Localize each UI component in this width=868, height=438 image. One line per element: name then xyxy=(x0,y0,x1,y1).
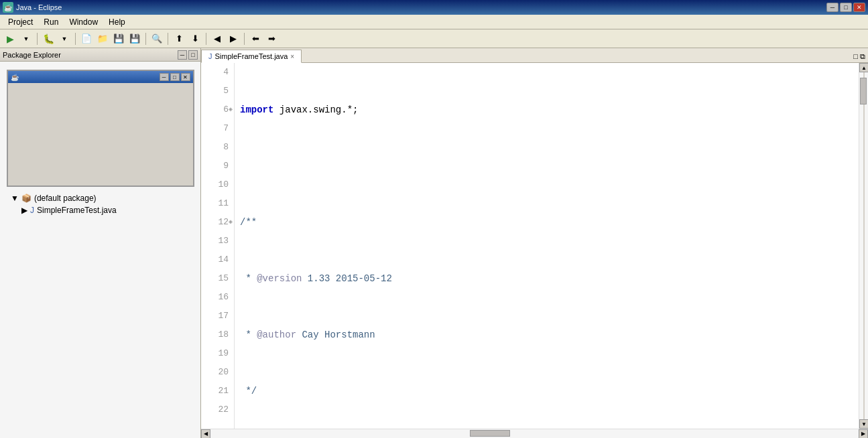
line-num-4: 4 xyxy=(206,63,229,82)
scroll-down-button[interactable]: ▼ xyxy=(859,419,868,429)
next-annotation[interactable]: ⬇ xyxy=(188,31,202,46)
title-bar: ☕ Java - Eclipse ─ □ ✕ xyxy=(0,0,868,15)
code-line-6: /** xyxy=(240,213,853,232)
tree-package-item[interactable]: ▼ 📦 (default package) xyxy=(0,192,200,204)
line-num-14: 14 xyxy=(206,250,229,269)
run-dropdown[interactable]: ▼ xyxy=(19,31,34,46)
preview-close[interactable]: ✕ xyxy=(181,73,190,81)
panel-header-buttons: ─ □ xyxy=(178,50,198,60)
code-line-7: * @version 1.33 2015-05-12 xyxy=(240,269,853,288)
scroll-up-button[interactable]: ▲ xyxy=(859,63,868,72)
next-edit[interactable]: ▶ xyxy=(226,31,241,46)
new-file-button[interactable]: 📄 xyxy=(79,31,94,46)
search-button[interactable]: 🔍 xyxy=(149,31,164,46)
line-num-16: 16 xyxy=(206,288,229,307)
run-button[interactable]: ▶ xyxy=(3,31,17,46)
preview-title-icon: ☕ xyxy=(11,74,19,81)
editor-panel: J SimpleFrameTest.java × □ ⧉ 4 5 6◈ 7 8 … xyxy=(201,48,868,438)
close-button[interactable]: ✕ xyxy=(853,3,865,12)
file-label: SimpleFrameTest.java xyxy=(37,206,117,215)
open-button[interactable]: 📁 xyxy=(95,31,110,46)
package-icon: 📦 xyxy=(21,194,32,203)
menu-project[interactable]: Project xyxy=(3,16,38,28)
line-num-10: 10 xyxy=(206,175,229,194)
toolbar-sep-6 xyxy=(244,33,245,45)
debug-dropdown[interactable]: ▼ xyxy=(57,31,72,46)
tree-file-item[interactable]: ▶ J SimpleFrameTest.java xyxy=(0,204,200,216)
tab-close-button[interactable]: × xyxy=(290,53,294,60)
line-num-11: 11 xyxy=(206,194,229,213)
toolbar-sep-3 xyxy=(145,33,146,45)
panel-maximize[interactable]: □ xyxy=(188,50,198,60)
code-line-5 xyxy=(240,157,853,175)
line-num-13: 13 xyxy=(206,232,229,250)
next-button[interactable]: ➡ xyxy=(264,31,279,46)
menu-bar: Project Run Window Help xyxy=(0,15,868,29)
tab-file-icon: J xyxy=(208,52,212,60)
debug-button[interactable]: 🐛 xyxy=(41,31,56,46)
title-bar-buttons[interactable]: ─ □ ✕ xyxy=(826,3,865,12)
menu-window[interactable]: Window xyxy=(64,16,103,28)
line-num-9: 9 xyxy=(206,157,229,175)
tab-maximize-button[interactable]: □ ⧉ xyxy=(851,51,868,62)
toolbar-sep-5 xyxy=(206,33,206,45)
line-numbers: 4 5 6◈ 7 8 9 10 11 12◈ 13 14 15 16 17 18… xyxy=(201,63,235,429)
title-bar-left: ☕ Java - Eclipse xyxy=(3,2,62,13)
menu-help[interactable]: Help xyxy=(103,16,131,28)
maximize-button[interactable]: □ xyxy=(840,3,852,12)
line-num-6: 6◈ xyxy=(206,100,229,119)
code-area[interactable]: 4 5 6◈ 7 8 9 10 11 12◈ 13 14 15 16 17 18… xyxy=(201,63,859,429)
panel-content: ☕ ─ □ ✕ ▼ 📦 (default package) ▶ J Simpl xyxy=(0,62,200,438)
window-title: Java - Eclipse xyxy=(16,3,62,11)
save-button[interactable]: 💾 xyxy=(111,31,126,46)
vertical-scrollbar[interactable]: ▲ ▼ xyxy=(859,63,868,429)
minimize-button[interactable]: ─ xyxy=(826,3,839,12)
prev-button[interactable]: ⬅ xyxy=(248,31,263,46)
panel-minimize[interactable]: ─ xyxy=(178,50,187,60)
prev-edit[interactable]: ◀ xyxy=(210,31,225,46)
line-num-21: 21 xyxy=(206,382,229,400)
code-content[interactable]: import javax.swing.*; /** * @version 1.3… xyxy=(235,63,859,429)
line-num-22: 22 xyxy=(206,400,229,419)
scroll-thumb[interactable] xyxy=(860,78,867,104)
java-file-icon: J xyxy=(30,206,34,215)
main-layout: Package Explorer ─ □ ☕ ─ □ ✕ xyxy=(0,48,868,438)
toolbar: ▶ ▼ 🐛 ▼ 📄 📁 💾 💾 🔍 ⬆ ⬇ ◀ ▶ ⬅ ➡ xyxy=(0,29,868,48)
line-num-20: 20 xyxy=(206,363,229,382)
code-line-8: * @author Cay Horstmann xyxy=(240,325,853,344)
preview-max[interactable]: □ xyxy=(170,73,180,81)
h-scroll-left-button[interactable]: ◀ xyxy=(201,429,210,439)
left-panel: Package Explorer ─ □ ☕ ─ □ ✕ xyxy=(0,48,201,438)
app-icon: ☕ xyxy=(3,2,13,13)
toolbar-sep-1 xyxy=(37,33,38,45)
h-scroll-right-button[interactable]: ▶ xyxy=(859,429,868,439)
line-num-17: 17 xyxy=(206,307,229,325)
preview-min[interactable]: ─ xyxy=(160,73,169,81)
editor-body: 4 5 6◈ 7 8 9 10 11 12◈ 13 14 15 16 17 18… xyxy=(201,63,868,429)
scroll-track[interactable] xyxy=(859,72,868,419)
h-scroll-track[interactable] xyxy=(210,429,859,438)
code-line-4: import javax.swing.*; xyxy=(240,100,853,119)
toolbar-sep-4 xyxy=(168,33,168,45)
editor-tab-main[interactable]: J SimpleFrameTest.java × xyxy=(201,50,302,63)
collapse-icon: ▼ xyxy=(11,194,19,203)
tab-filename: SimpleFrameTest.java xyxy=(215,52,288,60)
panel-header: Package Explorer ─ □ xyxy=(0,48,200,62)
horizontal-scrollbar[interactable]: ◀ ▶ xyxy=(201,429,868,438)
toolbar-sep-2 xyxy=(75,33,76,45)
line-num-7: 7 xyxy=(206,119,229,138)
prev-annotation[interactable]: ⬆ xyxy=(172,31,186,46)
line-num-18: 18 xyxy=(206,325,229,344)
preview-title-btns: ─ □ ✕ xyxy=(160,73,190,81)
line-num-8: 8 xyxy=(206,138,229,157)
h-scroll-thumb[interactable] xyxy=(470,430,510,437)
file-tree-icon: ▶ xyxy=(21,206,27,215)
line-num-5: 5 xyxy=(206,82,229,100)
menu-run[interactable]: Run xyxy=(38,16,64,28)
package-label: (default package) xyxy=(34,194,97,203)
preview-window: ☕ ─ □ ✕ xyxy=(7,70,194,187)
save-all-button[interactable]: 💾 xyxy=(127,31,142,46)
preview-body xyxy=(8,83,193,186)
panel-title: Package Explorer xyxy=(3,51,61,59)
line-num-12: 12◈ xyxy=(206,213,229,232)
